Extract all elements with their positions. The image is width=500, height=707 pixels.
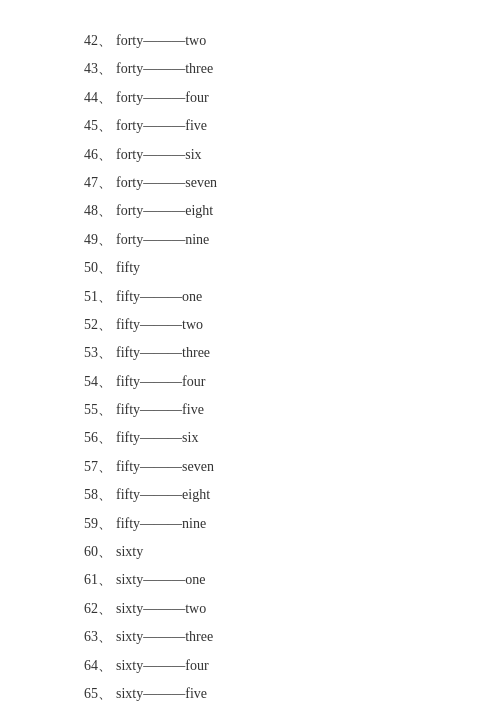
list-item: 44、forty———four [80,87,440,109]
item-text: sixty [116,541,143,563]
item-number: 52、 [80,314,112,336]
list-item: 43、forty———three [80,58,440,80]
list-item: 49、forty———nine [80,229,440,251]
item-text: sixty———two [116,598,206,620]
item-number: 48、 [80,200,112,222]
list-item: 59、fifty———nine [80,513,440,535]
item-text: sixty———four [116,655,209,677]
item-text: forty———five [116,115,207,137]
list-item: 53、fifty———three [80,342,440,364]
list-item: 45、forty———five [80,115,440,137]
item-text: fifty [116,257,140,279]
item-text: sixty———three [116,626,213,648]
item-number: 47、 [80,172,112,194]
item-number: 59、 [80,513,112,535]
item-number: 43、 [80,58,112,80]
item-number: 45、 [80,115,112,137]
item-text: fifty———four [116,371,205,393]
item-number: 44、 [80,87,112,109]
item-text: fifty———seven [116,456,214,478]
list-item: 42、forty———two [80,30,440,52]
item-text: forty———eight [116,200,213,222]
item-text: forty———four [116,87,209,109]
list-item: 61、sixty———one [80,569,440,591]
main-list: 42、forty———two43、forty———three44、forty——… [0,0,500,707]
item-number: 58、 [80,484,112,506]
item-number: 42、 [80,30,112,52]
item-number: 62、 [80,598,112,620]
item-text: forty———three [116,58,213,80]
list-item: 64、sixty———four [80,655,440,677]
item-number: 64、 [80,655,112,677]
item-number: 50、 [80,257,112,279]
item-text: fifty———eight [116,484,210,506]
item-number: 46、 [80,144,112,166]
list-item: 55、fifty———five [80,399,440,421]
item-text: forty———nine [116,229,209,251]
item-number: 63、 [80,626,112,648]
list-item: 60、sixty [80,541,440,563]
item-number: 54、 [80,371,112,393]
list-item: 48、forty———eight [80,200,440,222]
item-text: fifty———one [116,286,202,308]
item-number: 53、 [80,342,112,364]
item-number: 51、 [80,286,112,308]
item-number: 55、 [80,399,112,421]
item-text: fifty———five [116,399,204,421]
item-number: 57、 [80,456,112,478]
list-item: 47、forty———seven [80,172,440,194]
item-text: forty———two [116,30,206,52]
list-item: 51、fifty———one [80,286,440,308]
list-item: 63、sixty———three [80,626,440,648]
list-item: 52、fifty———two [80,314,440,336]
list-item: 62、sixty———two [80,598,440,620]
item-text: fifty———nine [116,513,206,535]
list-item: 56、fifty———six [80,427,440,449]
list-item: 65、sixty———five [80,683,440,705]
item-text: fifty———two [116,314,203,336]
item-text: fifty———six [116,427,198,449]
item-number: 65、 [80,683,112,705]
item-text: forty———seven [116,172,217,194]
list-item: 57、fifty———seven [80,456,440,478]
list-item: 54、fifty———four [80,371,440,393]
item-text: sixty———five [116,683,207,705]
item-text: forty———six [116,144,202,166]
list-item: 46、forty———six [80,144,440,166]
item-text: fifty———three [116,342,210,364]
item-number: 61、 [80,569,112,591]
list-item: 50、fifty [80,257,440,279]
item-number: 49、 [80,229,112,251]
item-number: 60、 [80,541,112,563]
item-number: 56、 [80,427,112,449]
item-text: sixty———one [116,569,205,591]
list-item: 58、fifty———eight [80,484,440,506]
